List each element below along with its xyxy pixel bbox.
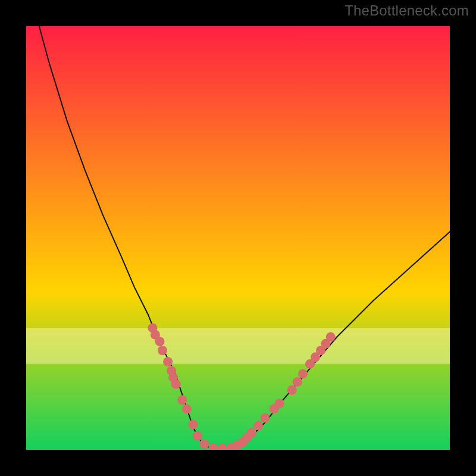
watermark-text: TheBottleneck.com bbox=[345, 2, 469, 19]
highlight-dot bbox=[177, 395, 187, 405]
highlight-dot bbox=[182, 404, 192, 414]
highlight-dot bbox=[287, 386, 297, 395]
highlight-dot bbox=[155, 337, 165, 346]
highlight-dot bbox=[171, 380, 181, 389]
highlight-dot bbox=[275, 399, 284, 408]
highlight-dot bbox=[158, 346, 167, 355]
highlight-dot bbox=[298, 369, 308, 378]
highlight-dot bbox=[199, 439, 209, 449]
highlight-dot bbox=[326, 332, 336, 342]
highlight-dot bbox=[193, 431, 202, 441]
highlight-dot bbox=[247, 428, 256, 437]
highlight-dot bbox=[260, 413, 270, 422]
highlight-dot bbox=[293, 377, 302, 387]
chart-svg bbox=[0, 0, 476, 476]
highlight-dot bbox=[188, 420, 198, 430]
gradient-background bbox=[13, 13, 463, 463]
highlight-dot bbox=[163, 357, 173, 367]
chart-container: TheBottleneck.com bbox=[0, 0, 476, 476]
highlight-dot bbox=[253, 421, 263, 430]
threshold-band bbox=[13, 328, 463, 364]
